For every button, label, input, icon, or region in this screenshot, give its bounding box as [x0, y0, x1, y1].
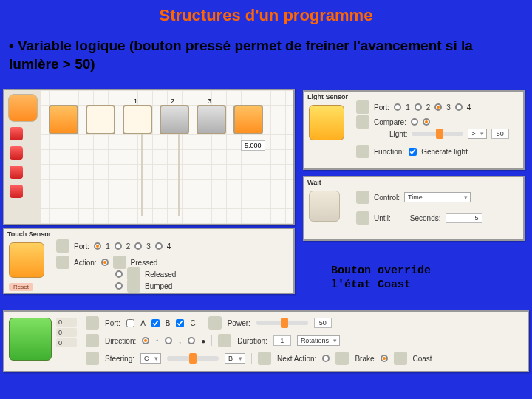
reset-tab[interactable]: Reset: [9, 283, 33, 291]
duration-unit-dropdown[interactable]: Rotations: [297, 335, 340, 346]
power-label: Power:: [228, 319, 250, 327]
direction-label: Direction:: [105, 337, 136, 345]
program-block[interactable]: [86, 105, 115, 134]
program-canvas: 1 2 3 5.000: [3, 89, 295, 225]
until-icon: [356, 211, 369, 225]
compare-radio[interactable]: [423, 118, 430, 126]
block-num: 3: [208, 98, 211, 105]
palette-red-icon[interactable]: [10, 185, 23, 198]
light-value[interactable]: 50: [491, 129, 509, 139]
port-radio-3[interactable]: [434, 103, 442, 111]
steer-left-dropdown[interactable]: C: [140, 353, 161, 364]
program-block[interactable]: [160, 105, 189, 134]
wait-panel: Wait Control: Time Until: Seconds: 5: [303, 176, 525, 241]
port-label: Port:: [105, 319, 120, 327]
light-sensor-panel: Light Sensor Port: 1 2 3 4 Compare: Ligh…: [303, 90, 525, 170]
action-radio-pressed[interactable]: [101, 259, 109, 266]
duration-icon: [218, 334, 231, 347]
program-block[interactable]: [123, 105, 152, 134]
port-radio-4[interactable]: [455, 103, 463, 111]
compare-icon: [356, 115, 369, 129]
block-num: 1: [134, 98, 137, 105]
palette-red-icon[interactable]: [10, 166, 23, 179]
motor-readout: 0 0 0: [56, 318, 77, 349]
block-palette[interactable]: [4, 90, 41, 224]
port-radio-1[interactable]: [94, 242, 101, 250]
steer-right-dropdown[interactable]: B: [225, 353, 245, 364]
until-label: Until:: [374, 214, 391, 222]
port-label: Port:: [374, 103, 389, 112]
steering-label: Steering:: [105, 355, 134, 363]
start-block[interactable]: [49, 105, 78, 134]
panel-title: Wait: [307, 179, 321, 186]
port-radio-2[interactable]: [115, 242, 122, 250]
action-radio-bumped[interactable]: [115, 282, 123, 290]
next-action-label: Next Action:: [277, 355, 316, 363]
block-num: 2: [171, 98, 174, 105]
program-block[interactable]: [197, 105, 226, 134]
port-radio-4[interactable]: [155, 242, 163, 250]
light-sensor-icon: [309, 105, 344, 140]
action-label: Action:: [74, 259, 97, 267]
dir-fwd-radio[interactable]: [142, 337, 149, 344]
bumped-icon: [127, 279, 140, 293]
control-label: Control:: [374, 194, 400, 202]
power-icon: [208, 316, 222, 330]
port-radio-2[interactable]: [415, 103, 422, 111]
sequence-beam: 1 2 3 5.000: [49, 98, 286, 149]
port-radio-1[interactable]: [394, 103, 401, 111]
control-icon: [356, 191, 369, 204]
brake-radio[interactable]: [322, 355, 330, 362]
next-action-icon: [258, 352, 271, 365]
value-readout: 5.000: [241, 140, 265, 151]
light-slider[interactable]: [412, 132, 463, 136]
compare-radio[interactable]: [411, 118, 418, 126]
compare-label: Compare:: [374, 118, 406, 126]
action-radio-released[interactable]: [115, 270, 123, 278]
action-icon: [56, 256, 69, 269]
panel-title: Touch Sensor: [7, 231, 51, 238]
seconds-field[interactable]: 5: [446, 213, 482, 223]
seconds-label: Seconds:: [410, 214, 441, 222]
function-icon: [356, 145, 369, 158]
port-label: Port:: [74, 242, 89, 250]
touch-sensor-icon: [9, 242, 44, 278]
duration-label: Duration:: [237, 337, 267, 345]
dir-stop-radio[interactable]: [188, 337, 195, 344]
duration-value[interactable]: 1: [273, 335, 291, 346]
port-radio-3[interactable]: [134, 242, 142, 250]
coast-radio[interactable]: [381, 355, 388, 362]
slide-title: Structures d'un programme: [0, 6, 532, 25]
power-slider[interactable]: [256, 321, 308, 325]
port-b-checkbox[interactable]: [151, 319, 160, 327]
bullet-text: • Variable logique (bouton pressé permet…: [9, 37, 523, 73]
move-panel: 0 0 0 Port: A B C Power: 50 Direction: ↑…: [3, 310, 529, 372]
coast-icon: [394, 352, 407, 365]
function-label: Function:: [374, 148, 404, 156]
hourglass-icon: [309, 191, 340, 222]
port-a-checkbox[interactable]: [126, 319, 134, 327]
port-icon: [86, 316, 99, 330]
dir-back-radio[interactable]: [165, 337, 172, 344]
annotation-text: Bouton override l'état Coast: [331, 265, 431, 293]
generate-light-checkbox[interactable]: [409, 148, 417, 156]
power-value[interactable]: 50: [314, 318, 332, 328]
port-icon: [56, 239, 69, 253]
light-label: Light:: [389, 130, 407, 138]
stop-icon: ●: [201, 337, 205, 345]
move-gear-icon: [9, 318, 52, 361]
panel-title: Light Sensor: [307, 93, 348, 100]
palette-red-icon[interactable]: [10, 127, 23, 140]
brake-icon: [335, 352, 349, 365]
steering-icon: [86, 352, 99, 365]
control-dropdown[interactable]: Time: [404, 192, 471, 202]
program-block[interactable]: [233, 105, 263, 134]
palette-common-icon[interactable]: [8, 94, 38, 122]
compare-op-dropdown[interactable]: >: [468, 129, 486, 139]
palette-red-icon[interactable]: [10, 146, 23, 160]
port-icon: [356, 100, 369, 114]
arrow-up-icon: ↑: [155, 337, 159, 345]
port-c-checkbox[interactable]: [176, 319, 184, 327]
direction-icon: [86, 334, 99, 347]
steering-slider[interactable]: [167, 356, 219, 361]
